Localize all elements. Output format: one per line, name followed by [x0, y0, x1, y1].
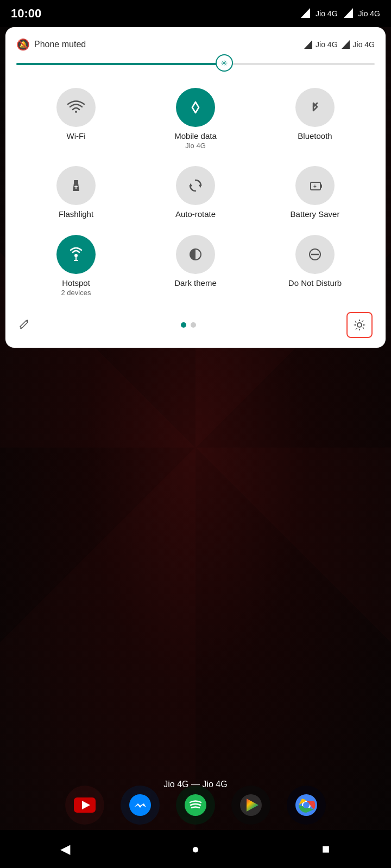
tile-dnd[interactable]: Do Not Disturb: [255, 229, 375, 302]
app-dock: [0, 786, 391, 825]
battery-saver-icon: +: [305, 176, 325, 195]
play-store-icon: [239, 793, 263, 817]
carrier2-label: Jio 4G: [358, 9, 380, 18]
mute-label: Phone muted: [34, 40, 86, 49]
brightness-row[interactable]: ✳: [16, 62, 375, 66]
dock-spotify[interactable]: [176, 786, 215, 825]
hotspot-icon: [66, 245, 86, 264]
tile-hotspot[interactable]: Hotspot 2 devices: [16, 229, 136, 302]
dnd-label: Do Not Disturb: [288, 278, 342, 288]
svg-marker-9: [199, 183, 201, 188]
home-button[interactable]: ●: [179, 838, 212, 860]
dock-youtube[interactable]: [65, 786, 104, 825]
notification-bar: 🔕 Phone muted Jio 4G Jio 4G: [16, 38, 375, 51]
chrome-icon: [294, 793, 318, 817]
quick-settings-panel: 🔕 Phone muted Jio 4G Jio 4G ✳: [5, 27, 386, 348]
messenger-icon: [128, 793, 152, 817]
tile-autorotate[interactable]: Auto-rotate: [136, 161, 255, 224]
gear-icon: [352, 318, 367, 332]
dock-messenger[interactable]: [121, 786, 160, 825]
autorotate-label: Auto-rotate: [175, 209, 216, 219]
tile-mobile-data[interactable]: Mobile data Jio 4G: [136, 82, 255, 155]
tiles-grid: Wi-Fi Mobile data Jio 4G Bluetooth: [16, 82, 375, 302]
qs-bottom-bar: [16, 308, 375, 342]
signal1-icon: [304, 40, 312, 49]
svg-rect-5: [74, 180, 78, 183]
carrier1-signal: [300, 8, 310, 20]
svg-point-21: [357, 323, 362, 327]
wifi-icon: [66, 98, 86, 117]
navigation-bar: ◀ ● ■: [0, 830, 391, 868]
hotspot-sublabel: 2 devices: [61, 289, 91, 297]
flashlight-icon-bg: [56, 166, 96, 205]
mute-icon: 🔕: [16, 38, 30, 51]
autorotate-icon: [186, 176, 205, 195]
brightness-slider[interactable]: ✳: [16, 62, 375, 66]
bluetooth-icon-bg: [295, 88, 335, 127]
mobile-data-icon-bg: [176, 88, 215, 127]
tile-battery-saver[interactable]: + Battery Saver: [255, 161, 375, 224]
dnd-icon-bg: [295, 235, 335, 274]
battery-saver-icon-bg: +: [295, 166, 335, 205]
carrier1-label: Jio 4G: [316, 9, 337, 18]
bluetooth-icon: [305, 98, 325, 117]
wifi-icon-bg: [56, 88, 96, 127]
carrier2-signal: [343, 8, 353, 20]
page-dot-2: [191, 322, 196, 328]
signal2-label: Jio 4G: [353, 40, 375, 49]
svg-point-14: [74, 254, 78, 257]
brightness-icon: ✳: [220, 58, 228, 68]
status-icons: Jio 4G Jio 4G: [300, 8, 380, 20]
dark-theme-icon-bg: [176, 235, 215, 274]
dark-theme-icon: [186, 245, 205, 264]
svg-point-25: [185, 794, 206, 816]
hotspot-label: Hotspot: [62, 278, 90, 288]
bluetooth-label: Bluetooth: [298, 131, 332, 141]
hotspot-icon-bg: [56, 235, 96, 274]
recents-button[interactable]: ■: [310, 838, 342, 860]
brightness-thumb[interactable]: ✳: [216, 54, 233, 72]
svg-marker-10: [190, 183, 192, 188]
dock-chrome[interactable]: [287, 786, 326, 825]
mobile-data-sublabel: Jio 4G: [185, 142, 206, 150]
wifi-label: Wi-Fi: [67, 131, 86, 141]
tile-wifi[interactable]: Wi-Fi: [16, 82, 136, 155]
dnd-icon: [305, 245, 325, 264]
pencil-icon: [18, 317, 30, 329]
tile-flashlight[interactable]: Flashlight: [16, 161, 136, 224]
brightness-fill: [16, 63, 224, 65]
svg-marker-3: [304, 40, 312, 49]
battery-saver-label: Battery Saver: [291, 209, 340, 219]
tile-dark-theme[interactable]: Dark theme: [136, 229, 255, 302]
back-button[interactable]: ◀: [49, 838, 81, 860]
mobile-data-label: Mobile data: [174, 131, 217, 141]
status-time: 10:00: [11, 7, 41, 21]
dock-play-store[interactable]: [231, 786, 270, 825]
page-dots: [181, 322, 196, 328]
signal2-icon: [341, 40, 350, 49]
status-bar: 10:00 Jio 4G Jio 4G: [0, 0, 391, 27]
svg-marker-1: [301, 8, 310, 18]
signal1-label: Jio 4G: [316, 40, 337, 49]
flashlight-icon: [66, 176, 86, 195]
flashlight-label: Flashlight: [59, 209, 93, 219]
autorotate-icon-bg: [176, 166, 215, 205]
mute-status: 🔕 Phone muted: [16, 38, 86, 51]
svg-text:+: +: [313, 183, 317, 189]
svg-marker-4: [342, 40, 350, 49]
tile-bluetooth[interactable]: Bluetooth: [255, 82, 375, 155]
settings-button[interactable]: [346, 312, 373, 338]
spotify-icon: [184, 793, 207, 817]
svg-marker-2: [344, 8, 353, 18]
mobile-data-icon: [186, 98, 205, 117]
edit-button[interactable]: [18, 317, 30, 333]
dark-theme-label: Dark theme: [174, 278, 217, 288]
svg-point-30: [303, 802, 310, 808]
youtube-icon: [74, 797, 96, 813]
signal-status: Jio 4G Jio 4G: [304, 40, 375, 49]
page-dot-1: [181, 322, 186, 328]
svg-rect-12: [320, 184, 322, 188]
